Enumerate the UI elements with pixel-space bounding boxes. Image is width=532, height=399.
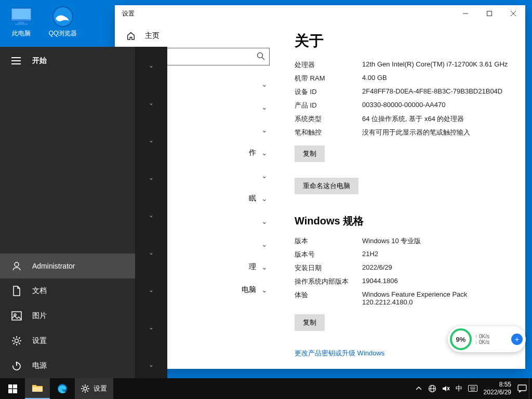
spec-value: 19044.1806 [362,277,512,286]
chevron-down-icon: ⌄ [261,103,268,111]
widget-add-button[interactable]: + [511,334,523,345]
chevron-down-icon: ⌄ [261,171,268,180]
svg-line-22 [19,338,20,339]
window-titlebar[interactable]: 设置 [115,5,525,22]
taskbar-file-explorer[interactable] [25,378,50,399]
start-apps-group[interactable]: ⌄ [135,84,167,122]
spec-key: 版本号 [295,250,362,259]
spec-value: 4.00 GB [362,74,512,83]
desktop-icon-qq-browser[interactable]: QQ浏览器 [46,4,80,38]
nav-item-label: 电脑 [225,285,256,295]
spec-row: 系统类型64 位操作系统, 基于 x64 的处理器 [295,112,512,126]
spec-value: Windows 10 专业版 [362,236,512,246]
spec-value: Windows Feature Experience Pack 120.2212… [362,290,512,306]
user-icon [11,261,22,271]
chevron-down-icon: ⌄ [149,249,154,256]
chevron-down-icon: ⌄ [261,194,268,203]
svg-line-23 [14,343,15,344]
rename-pc-button[interactable]: 重命名这台电脑 [295,178,358,194]
desktop-icon-this-pc[interactable]: 此电脑 [4,4,38,38]
chevron-down-icon: ⌄ [149,211,154,219]
tray-keyboard-icon[interactable] [466,378,480,399]
start-apps-group[interactable]: ⌄ [135,234,167,271]
tray-overflow-button[interactable] [412,378,425,399]
start-apps-group[interactable]: ⌄ [135,47,167,84]
winspec-row: 安装日期2022/6/29 [295,261,512,275]
tray-ime-indicator[interactable]: 中 [453,378,466,399]
spec-row: 笔和触控没有可用于此显示器的笔或触控输入 [295,126,512,139]
start-item-power[interactable]: 电源 [0,353,135,378]
spec-key: 系统类型 [295,114,362,124]
start-apps-group[interactable]: ⌄ [135,309,167,346]
show-desktop-button[interactable] [529,378,532,399]
start-apps-group[interactable]: ⌄ [135,196,167,234]
svg-line-40 [82,391,83,392]
winspec-row: 版本号21H2 [295,248,512,261]
copy-winspecs-button[interactable]: 复制 [295,314,325,331]
start-button[interactable] [0,378,25,399]
taskbar-settings-app[interactable]: 设置 [75,378,113,399]
gear-icon [11,336,22,346]
svg-rect-2 [18,22,24,23]
spec-value: 21H2 [362,250,512,259]
tray-network-icon[interactable] [425,378,439,399]
taskbar-edge[interactable] [50,378,75,399]
start-item-label: 电源 [32,361,47,370]
start-item-label: 文档 [32,286,47,296]
winspec-row: 操作系统内部版本19044.1806 [295,275,512,288]
svg-rect-26 [8,384,12,389]
start-item-gear[interactable]: 设置 [0,328,135,353]
taskbar-clock[interactable]: 8:55 2022/6/29 [480,381,515,396]
spec-key: 机带 RAM [295,74,362,83]
maximize-button[interactable] [477,5,501,22]
monitor-icon [9,4,34,29]
chevron-down-icon: ⌄ [149,361,154,368]
start-apps-group[interactable]: ⌄ [135,122,167,159]
action-center-button[interactable] [515,378,529,399]
chevron-down-icon: ⌄ [149,286,154,294]
start-menu-apps-column[interactable]: ⌄⌄⌄⌄⌄⌄⌄⌄⌄⌄ [135,47,167,378]
start-apps-group[interactable]: ⌄ [135,271,167,309]
start-item-doc[interactable]: 文档 [0,278,135,303]
winspec-row: 体验Windows Feature Experience Pack 120.22… [295,288,512,308]
close-button[interactable] [501,5,525,22]
start-item-user[interactable]: Administrator [0,254,135,278]
chevron-down-icon: ⌄ [261,126,268,134]
start-menu-power-pane: 开始 Administrator文档图片设置电源 [0,47,135,378]
winspec-row: 版本Windows 10 专业版 [295,234,512,248]
svg-rect-1 [12,9,31,19]
copy-specs-button[interactable]: 复制 [295,145,325,162]
network-speed-widget[interactable]: 9% ↑0K/s ↓0K/s + [448,326,526,352]
windows-specs-heading: Windows 规格 [295,214,512,228]
qq-browser-icon [50,4,75,29]
svg-point-10 [258,53,263,58]
chevron-down-icon: ⌄ [149,99,154,107]
start-item-label: 图片 [32,311,47,321]
start-item-image[interactable]: 图片 [0,303,135,328]
chevron-down-icon: ⌄ [149,174,154,181]
change-product-key-link[interactable]: 更改产品密钥或升级 Windows [295,349,384,358]
spec-key: 笔和触控 [295,128,362,137]
svg-line-21 [19,343,20,344]
settings-content-pane[interactable]: 关于 处理器12th Gen Intel(R) Core(TM) i7-1270… [281,22,525,369]
nav-item-label: 眠 [225,194,256,203]
start-title: 开始 [32,56,47,65]
chevron-down-icon: ⌄ [261,240,268,248]
spec-value: 2022/6/29 [362,263,512,273]
minimize-button[interactable] [454,5,477,22]
taskbar-app-label: 设置 [94,384,107,393]
svg-line-11 [262,58,265,60]
svg-rect-30 [32,387,43,392]
hamburger-icon[interactable] [11,57,21,64]
start-apps-group[interactable]: ⌄ [135,159,167,196]
desktop-icon-label: QQ浏览器 [49,29,77,38]
svg-point-32 [84,387,87,390]
spec-key: 处理器 [295,60,362,70]
clock-date: 2022/6/29 [484,389,511,396]
settings-home-link[interactable]: 主页 [115,28,281,48]
usage-ring: 9% [450,328,472,350]
start-item-label: Administrator [32,262,75,270]
spec-value: 64 位操作系统, 基于 x64 的处理器 [362,114,512,124]
tray-volume-icon[interactable] [439,378,453,399]
svg-line-37 [82,385,83,387]
